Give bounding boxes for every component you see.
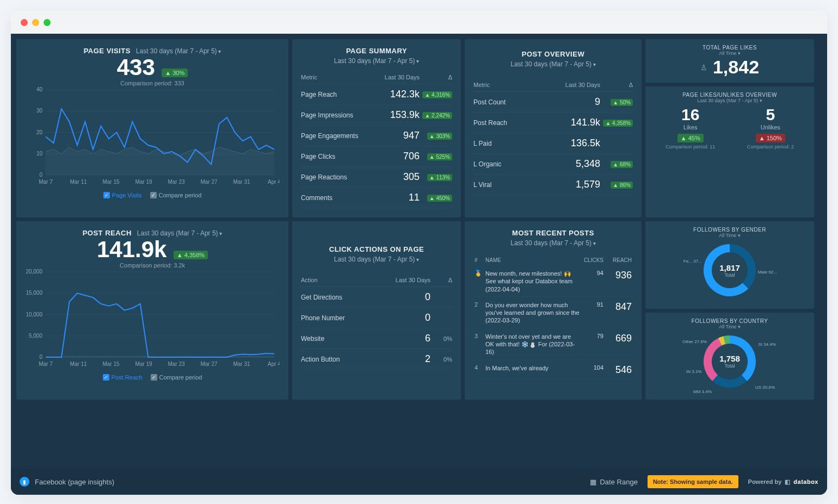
col-reach: REACH — [606, 255, 633, 265]
page-visits-comparison: Comparison period: 333 — [24, 80, 281, 86]
country-label-si: SI 34.4% — [759, 343, 776, 347]
svg-text:40: 40 — [36, 86, 43, 92]
svg-text:10: 10 — [36, 151, 43, 157]
date-range-button[interactable]: ▦ Date Range — [590, 478, 637, 486]
followers-gender-range[interactable]: All Time — [650, 233, 810, 238]
country-label-mm: MM 3.4% — [693, 390, 712, 395]
likes-unlikes-title: PAGE LIKES/UNLIKES OVERVIEW — [650, 92, 810, 98]
total-likes-range[interactable]: All Time — [650, 51, 810, 56]
legend-post-reach[interactable]: ✓Post Reach — [103, 374, 143, 381]
close-icon[interactable] — [21, 19, 28, 26]
country-label-us: US 20.6% — [755, 385, 775, 390]
svg-text:20,000: 20,000 — [26, 269, 42, 275]
table-row: Phone Number0 — [300, 308, 453, 328]
card-page-summary: PAGE SUMMARY Last 30 days (Mar 7 - Apr 5… — [292, 39, 461, 217]
post-overview-range[interactable]: Last 30 days (Mar 7 - Apr 5) — [510, 60, 596, 68]
page-visits-value: 433 — [117, 54, 155, 80]
list-item[interactable]: 4In March, we've already104546 — [473, 361, 633, 379]
card-recent-posts: MOST RECENT POSTS Last 30 days (Mar 7 - … — [465, 221, 642, 400]
titlebar — [11, 11, 827, 34]
post-reach-comparison: Comparison period: 3.2k — [24, 262, 281, 269]
click-actions-range[interactable]: Last 30 days (Mar 7 - Apr 5) — [334, 256, 420, 263]
page-summary-table: Metric Last 30 Days Δ Page Reach142.3k▲ … — [300, 71, 453, 208]
col-name: NAME — [484, 255, 582, 265]
post-reach-range[interactable]: Last 30 days (Mar 7 - Apr 5) — [137, 229, 223, 237]
list-item[interactable]: 3Winter's not over yet and we are OK wit… — [473, 329, 633, 360]
legend-page-visits[interactable]: ✓Page Visits — [103, 192, 142, 198]
list-item[interactable]: 🥇New month, new milestones! 🙌 See what k… — [473, 266, 633, 297]
page-summary-title: PAGE SUMMARY — [300, 47, 453, 55]
col-idx: # — [473, 255, 483, 265]
list-item[interactable]: 2Do you ever wonder how much you've lear… — [473, 298, 633, 328]
post-reach-value: 141.9k — [97, 237, 167, 262]
table-row: L Paid136.5k — [472, 133, 634, 154]
sample-data-badge: Note: Showing sample data. — [648, 475, 738, 488]
table-row: Page Reach142.3k▲ 4,316% — [300, 84, 453, 105]
minimize-icon[interactable] — [32, 19, 39, 26]
card-total-likes: TOTAL PAGE LIKES All Time ♙ 1,842 — [645, 39, 814, 83]
page-summary-range[interactable]: Last 30 days (Mar 7 - Apr 5) — [334, 57, 420, 65]
card-followers-country: FOLLOWERS BY COUNTRY All Time 1,758Total… — [645, 313, 814, 400]
date-range-label: Date Range — [600, 478, 637, 486]
maximize-icon[interactable] — [44, 19, 51, 26]
svg-text:Apr 4: Apr 4 — [268, 179, 280, 185]
svg-text:Mar 31: Mar 31 — [233, 361, 250, 367]
footer-source: Facebook (page insights) — [35, 478, 114, 486]
col-clicks: CLICKS — [583, 255, 605, 265]
card-post-reach: POST REACH Last 30 days (Mar 7 - Apr 5) … — [16, 221, 288, 400]
svg-text:15,000: 15,000 — [26, 290, 42, 296]
page-visits-title: PAGE VISITS — [84, 47, 131, 55]
likes-unlikes-range[interactable]: Last 30 days (Mar 7 - Apr 5) — [650, 98, 810, 103]
right-column-bottom: FOLLOWERS BY GENDER All Time 1,817Total … — [645, 221, 814, 400]
gender-total: 1,817 — [719, 263, 740, 272]
col-last30: Last 30 Days — [373, 273, 432, 287]
post-reach-delta: ▲ 4,358% — [174, 251, 208, 259]
col-metric: Metric — [472, 78, 536, 92]
table-row: Get Directions0 — [300, 287, 453, 308]
unlikes-delta: ▲ 150% — [756, 134, 785, 142]
card-likes-unlikes: PAGE LIKES/UNLIKES OVERVIEW Last 30 days… — [645, 86, 814, 217]
col-delta: Δ — [601, 78, 634, 92]
legend-compare-period[interactable]: ✓Compare period — [150, 192, 202, 198]
page-visits-range[interactable]: Last 30 days (Mar 7 - Apr 5) — [136, 47, 221, 55]
unlikes-comparison: Comparison period: 2 — [747, 144, 794, 150]
unlikes-block: 5 Unlikes ▲ 150% Comparison period: 2 — [747, 107, 794, 150]
post-reach-title: POST REACH — [83, 229, 132, 237]
svg-text:Mar 15: Mar 15 — [102, 361, 120, 367]
total-likes-title: TOTAL PAGE LIKES — [650, 45, 810, 51]
table-row: Action Button20% — [300, 349, 453, 370]
facebook-icon: ▮ — [20, 477, 29, 487]
right-column-top: TOTAL PAGE LIKES All Time ♙ 1,842 PAGE L… — [645, 39, 814, 217]
gender-label-male: Male 62... — [758, 270, 777, 275]
databox-logo-icon: ◧ — [785, 478, 790, 486]
recent-posts-title: MOST RECENT POSTS — [472, 229, 634, 237]
post-reach-legend: ✓Post Reach ✓Compare period — [24, 374, 281, 381]
table-row: Page Clicks706▲ 525% — [300, 146, 453, 167]
table-row: Page Engagements947▲ 303% — [300, 126, 453, 146]
svg-text:Mar 27: Mar 27 — [200, 361, 218, 367]
table-row: L Viral1,579▲ 86% — [472, 175, 634, 195]
likes-block: 16 Likes ▲ 45% Comparison period: 11 — [666, 107, 715, 150]
country-total-label: Total — [724, 363, 735, 369]
col-delta: Δ — [421, 71, 453, 84]
table-row: Post Count9▲ 50% — [472, 92, 634, 113]
svg-text:10,000: 10,000 — [26, 312, 42, 318]
svg-text:0: 0 — [39, 172, 42, 178]
svg-text:0: 0 — [39, 354, 42, 360]
svg-text:Mar 27: Mar 27 — [200, 179, 218, 185]
followers-gender-donut: 1,817Total Fe... 37... Male 62... — [700, 240, 760, 300]
post-overview-title: POST OVERVIEW — [472, 50, 634, 58]
legend-compare-period-2[interactable]: ✓Compare period — [151, 374, 202, 381]
unlikes-label: Unlikes — [747, 124, 794, 130]
gender-total-label: Total — [724, 272, 735, 278]
table-row: L Organic5,348▲ 68% — [472, 154, 634, 175]
likes-delta: ▲ 45% — [677, 134, 704, 142]
col-last30: Last 30 Days — [374, 71, 421, 84]
col-action: Action — [300, 273, 373, 287]
page-visits-chart: 010203040Mar 7Mar 11Mar 15Mar 19Mar 23Ma… — [24, 86, 280, 187]
recent-posts-range[interactable]: Last 30 days (Mar 7 - Apr 5) — [510, 239, 596, 247]
svg-text:Apr 4: Apr 4 — [268, 361, 280, 367]
likes-value: 16 — [666, 107, 715, 123]
svg-text:Mar 7: Mar 7 — [39, 179, 53, 185]
followers-country-range[interactable]: All Time — [650, 324, 810, 329]
